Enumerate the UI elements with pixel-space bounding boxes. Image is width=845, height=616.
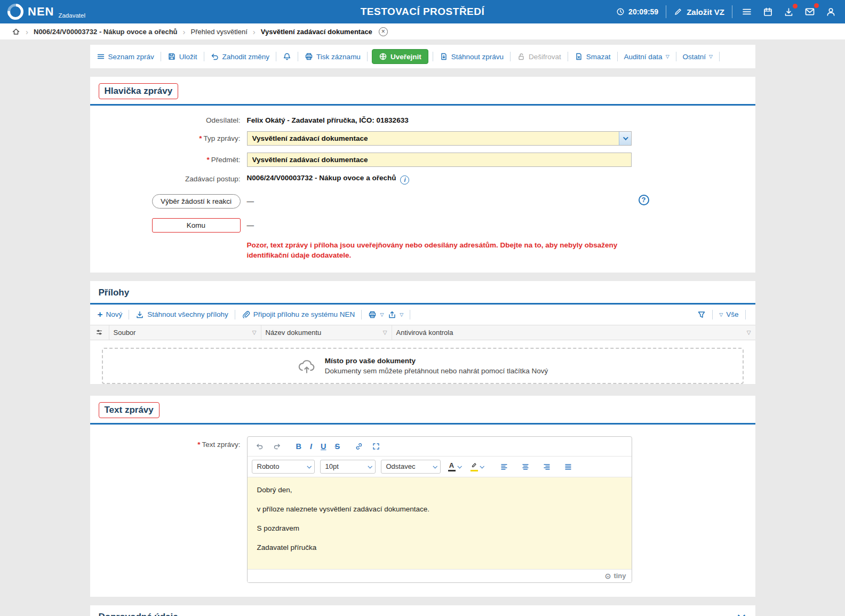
filter-all-button[interactable]: ▽ Vše: [717, 309, 740, 320]
menu-button[interactable]: [740, 5, 754, 19]
tiny-logo-icon: ⊙: [605, 572, 611, 580]
chevron-down-icon: ▽: [666, 54, 669, 59]
help-button[interactable]: ?: [639, 195, 649, 205]
download-all-attachments-button[interactable]: Stáhnout všechny přílohy: [133, 309, 230, 321]
breadcrumb-separator: ›: [253, 27, 256, 36]
recipients-button[interactable]: Komu: [152, 218, 241, 233]
create-vz-button[interactable]: Založit VZ: [674, 7, 724, 17]
notification-badge: [793, 4, 798, 9]
align-center-button[interactable]: [517, 460, 533, 473]
download-icon: [135, 310, 144, 319]
chevron-down-icon: ▽: [380, 312, 384, 317]
filter-triangle-icon[interactable]: ▽: [383, 330, 387, 335]
breadcrumb-item-procedure[interactable]: N006/24/V00003732 - Nákup ovoce a ořechů: [34, 28, 178, 36]
undo-button[interactable]: [252, 440, 268, 453]
current-time: 20:09:59: [628, 7, 658, 16]
font-size-select[interactable]: 10pt: [320, 460, 376, 474]
environment-title: TESTOVACÍ PROSTŘEDÍ: [361, 6, 485, 18]
downloads-button[interactable]: [782, 5, 795, 19]
redo-button[interactable]: [269, 440, 285, 453]
save-icon: [168, 52, 176, 61]
pencil-icon: [674, 7, 682, 16]
divider: [204, 52, 204, 61]
message-line: v příloze naleznete vysvětlení zadávací …: [257, 505, 622, 513]
divider: [367, 52, 368, 61]
sender-value: Felix Okátý - Zadavatel příručka, IČO: 0…: [247, 116, 409, 124]
column-settings-cell[interactable]: [90, 325, 109, 340]
publish-globe-icon: [379, 52, 387, 61]
bell-icon: [283, 52, 291, 61]
align-justify-button[interactable]: [560, 460, 576, 473]
filter-button[interactable]: [695, 309, 708, 321]
column-header-antivirova[interactable]: Antivirová kontrola ▽: [392, 325, 755, 340]
calendar-icon: [763, 7, 773, 17]
editor-content[interactable]: Dobrý den, v příloze naleznete vysvětlen…: [248, 477, 632, 569]
divider: [298, 52, 298, 61]
save-button[interactable]: Uložit: [165, 51, 200, 62]
fullscreen-button[interactable]: [368, 440, 384, 453]
link-button[interactable]: [351, 440, 367, 453]
highlight-color-button[interactable]: [468, 460, 485, 473]
redo-icon: [273, 442, 281, 451]
hamburger-icon: [742, 6, 752, 17]
italic-button[interactable]: I: [306, 440, 316, 453]
divider: [276, 52, 276, 61]
block-format-select[interactable]: Odstavec: [381, 460, 441, 474]
attach-from-nen-button[interactable]: Připojit přílohu ze systému NEN: [240, 309, 357, 321]
subject-input[interactable]: [247, 153, 632, 167]
attachments-dropzone[interactable]: Místo pro vaše dokumenty Dokumenty sem m…: [102, 348, 744, 384]
attachments-toolbar: + Nový Stáhnout všechny přílohy Připojit…: [90, 305, 755, 325]
divider: [676, 52, 676, 61]
nen-logo-icon: [4, 1, 27, 23]
procedure-value: N006/24/V00003732 - Nákup ovoce a ořechů: [247, 174, 396, 182]
bold-button[interactable]: B: [292, 440, 305, 453]
export-attachments-button[interactable]: ▽: [386, 309, 405, 321]
message-type-select[interactable]: Vysvětlení zadávací dokumentace: [247, 131, 632, 146]
column-header-soubor[interactable]: Soubor ▽: [109, 325, 261, 340]
home-button[interactable]: [12, 27, 20, 36]
divider: [161, 52, 161, 61]
print-record-button[interactable]: Tisk záznamu: [302, 51, 363, 62]
discard-changes-button[interactable]: Zahodit změny: [209, 51, 272, 62]
section-message-text: Text zprávy * Text zprávy: B I: [90, 396, 755, 597]
publish-button[interactable]: Uveřejnit: [372, 49, 428, 64]
close-record-button[interactable]: ×: [379, 27, 388, 36]
divider: [129, 310, 129, 319]
delete-button[interactable]: Smazat: [572, 51, 613, 62]
profile-button[interactable]: [824, 5, 838, 19]
text-color-button[interactable]: A: [446, 460, 463, 473]
column-header-nazev[interactable]: Název dokumentu ▽: [261, 325, 392, 340]
breadcrumb-item-overview[interactable]: Přehled vysvětlení: [191, 28, 248, 36]
align-left-button[interactable]: [496, 460, 512, 473]
paperclip-icon: [242, 310, 250, 319]
select-requests-button[interactable]: Výběr žádostí k reakci: [152, 194, 241, 209]
underline-button[interactable]: U: [317, 440, 330, 453]
print-attachments-button[interactable]: ▽: [366, 309, 386, 321]
chevron-down-icon[interactable]: [619, 132, 631, 145]
calendar-button[interactable]: [761, 5, 775, 19]
audit-data-button[interactable]: Auditní data ▽: [622, 51, 672, 62]
message-list-button[interactable]: Seznam zpráv: [94, 51, 156, 62]
notifications-button[interactable]: [281, 51, 293, 62]
procedure-label: Zadávací postup:: [185, 175, 241, 183]
download-message-button[interactable]: Stáhnout zprávu: [437, 51, 506, 62]
filter-triangle-icon[interactable]: ▽: [252, 330, 257, 335]
message-type-label: Typ zprávy:: [203, 134, 240, 142]
strikethrough-button[interactable]: S: [331, 440, 344, 453]
section-title-hlavicka: Hlavička zprávy: [99, 83, 179, 99]
export-icon: [388, 310, 396, 319]
expand-section-button[interactable]: [736, 612, 747, 616]
divider: [617, 52, 618, 61]
record-toolbar: Seznam zpráv Uložit Zahodit změny Tisk z…: [90, 45, 755, 68]
brand-subtitle: Zadavatel: [58, 12, 85, 20]
font-family-select[interactable]: Roboto: [252, 460, 315, 474]
info-icon[interactable]: i: [400, 175, 409, 185]
chevron-down-icon: [457, 464, 461, 468]
envelope-icon: [804, 6, 815, 17]
align-right-button[interactable]: [539, 460, 555, 473]
filter-triangle-icon[interactable]: ▽: [747, 330, 751, 335]
decrypt-button[interactable]: Dešifrovat: [515, 51, 563, 62]
others-button[interactable]: Ostatní ▽: [681, 51, 715, 62]
new-attachment-button[interactable]: + Nový: [95, 309, 125, 320]
messages-button[interactable]: [803, 5, 817, 19]
